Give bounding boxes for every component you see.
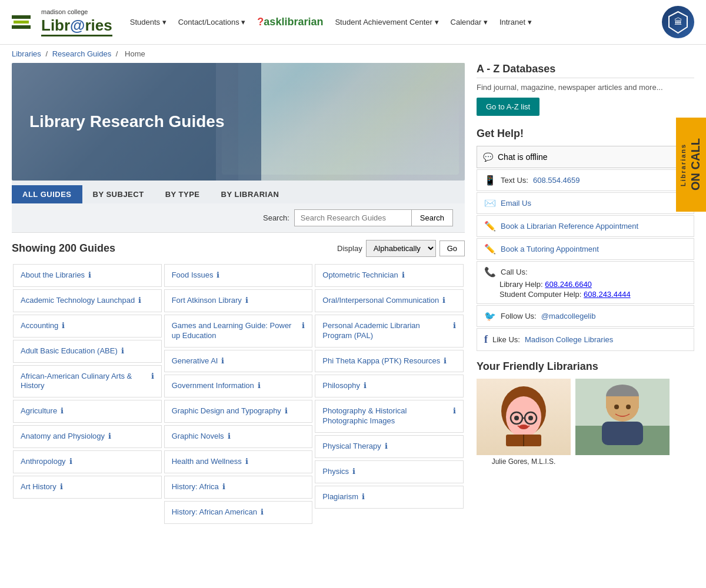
text-us-label: Text Us: — [501, 176, 528, 185]
az-button[interactable]: Go to A-Z list — [477, 98, 540, 116]
guide-link-physics[interactable]: Physics — [322, 467, 349, 477]
info-icon[interactable]: ℹ — [245, 296, 248, 305]
guide-link-oral-comm[interactable]: Oral/Interpersonal Communication — [322, 296, 439, 306]
info-icon[interactable]: ℹ — [453, 321, 456, 330]
guide-link-anatomy[interactable]: Anatomy and Physiology — [21, 432, 105, 442]
info-icon[interactable]: ℹ — [364, 381, 367, 390]
info-icon[interactable]: ℹ — [442, 296, 445, 305]
search-input[interactable] — [294, 209, 412, 226]
info-icon[interactable]: ℹ — [69, 457, 72, 466]
guide-link-art-history[interactable]: Art History — [21, 482, 56, 492]
info-icon[interactable]: ℹ — [121, 346, 124, 355]
guide-link-adult-basic[interactable]: Adult Basic Education (ABE) — [21, 346, 118, 356]
guide-link-accounting[interactable]: Accounting — [21, 321, 58, 331]
computer-help-number[interactable]: 608.243.4444 — [584, 290, 631, 299]
guide-link-history-africa[interactable]: History: Africa — [172, 482, 219, 492]
guide-link-gov-info[interactable]: Government Information — [172, 381, 254, 391]
guide-link-generative-ai[interactable]: Generative AI — [172, 356, 218, 366]
guide-link-fort-atkinson[interactable]: Fort Atkinson Library — [172, 296, 242, 306]
list-item: Government Information ℹ — [164, 375, 313, 397]
guide-link-graphic-design[interactable]: Graphic Design and Typography — [172, 406, 281, 416]
tab-by-subject[interactable]: BY SUBJECT — [82, 185, 155, 203]
guide-link-agriculture[interactable]: Agriculture — [21, 406, 57, 416]
list-item: Food Issues ℹ — [164, 264, 313, 287]
breadcrumb-libraries[interactable]: Libraries — [12, 49, 41, 58]
guide-link-graphic-novels[interactable]: Graphic Novels — [172, 432, 224, 442]
guide-link-about-libraries[interactable]: About the Libraries — [21, 270, 85, 280]
search-button[interactable]: Search — [412, 209, 453, 226]
guide-col-2: Food Issues ℹ Fort Atkinson Library ℹ Ga… — [163, 263, 314, 525]
info-icon[interactable]: ℹ — [258, 381, 261, 390]
tab-all-guides[interactable]: ALL GUIDES — [12, 185, 82, 203]
svg-text:🏛: 🏛 — [674, 17, 682, 26]
display-select[interactable]: Alphabetically — [366, 240, 436, 257]
info-icon[interactable]: ℹ — [362, 492, 365, 501]
info-icon[interactable]: ℹ — [222, 482, 225, 491]
tab-by-librarian[interactable]: BY LIBRARIAN — [211, 185, 290, 203]
info-icon[interactable]: ℹ — [285, 406, 288, 415]
twitter-handle[interactable]: @madcollegelib — [541, 312, 596, 320]
info-icon[interactable]: ℹ — [138, 296, 141, 305]
list-item: Generative AI ℹ — [164, 350, 313, 373]
guide-link-history-african-american[interactable]: History: African American — [172, 507, 257, 517]
info-icon[interactable]: ℹ — [221, 356, 224, 365]
info-icon[interactable]: ℹ — [245, 457, 248, 466]
svg-point-19 — [626, 405, 631, 409]
guide-link-games-learning[interactable]: Games and Learning Guide: Power up Educa… — [172, 321, 299, 341]
info-icon[interactable]: ℹ — [385, 442, 388, 450]
nav-contact[interactable]: Contact/Locations ▾ — [178, 18, 246, 26]
library-help-number[interactable]: 608.246.6640 — [545, 280, 592, 289]
on-call-tab[interactable]: Librarians ON CALL — [676, 118, 706, 212]
guide-link-anthropology[interactable]: Anthropology — [21, 457, 66, 467]
text-us-number[interactable]: 608.554.4659 — [533, 176, 580, 185]
guide-link-plagiarism[interactable]: Plagiarism — [322, 492, 358, 502]
guide-link-health-wellness[interactable]: Health and Wellness — [172, 457, 242, 467]
guide-link-phi-theta[interactable]: Phi Theta Kappa (PTK) Resources — [322, 356, 440, 366]
guide-link-philosophy[interactable]: Philosophy — [322, 381, 360, 391]
guide-link-photography[interactable]: Photography & Historical Photographic Im… — [322, 406, 449, 426]
book-tutoring-link[interactable]: Book a Tutoring Appointment — [501, 245, 599, 253]
list-item: Optometric Technician ℹ — [315, 264, 464, 287]
info-icon[interactable]: ℹ — [444, 356, 447, 365]
list-item: Graphic Design and Typography ℹ — [164, 400, 313, 423]
list-item: Games and Learning Guide: Power up Educa… — [164, 315, 313, 348]
guide-col-1: About the Libraries ℹ Academic Technolog… — [12, 263, 163, 525]
chat-button[interactable]: 💬 Chat is offline — [477, 146, 694, 168]
go-button[interactable]: Go — [439, 240, 465, 256]
info-icon[interactable]: ℹ — [217, 270, 219, 279]
info-icon[interactable]: ℹ — [402, 270, 405, 279]
book-librarian-link[interactable]: Book a Librarian Reference Appointment — [501, 222, 638, 230]
tab-by-type[interactable]: BY TYPE — [155, 185, 211, 203]
hero-overlay: Library Research Guides — [12, 63, 261, 181]
info-icon[interactable]: ℹ — [261, 507, 264, 516]
info-icon[interactable]: ℹ — [61, 406, 64, 415]
info-icon[interactable]: ℹ — [60, 482, 63, 491]
email-link[interactable]: Email Us — [501, 199, 531, 208]
twitter-icon: 🐦 — [484, 310, 496, 322]
guide-link-academic-tech[interactable]: Academic Technology Launchpad — [21, 296, 135, 306]
nav-intranet[interactable]: Intranet ▾ — [499, 18, 532, 26]
nav-students[interactable]: Students ▾ — [130, 18, 166, 26]
guide-link-food-issues[interactable]: Food Issues — [172, 270, 214, 280]
nav-calendar[interactable]: Calendar ▾ — [451, 18, 488, 26]
info-icon[interactable]: ℹ — [108, 432, 111, 440]
nav-asklibrarian[interactable]: ?asklibrarian — [257, 16, 323, 28]
info-icon[interactable]: ℹ — [352, 467, 355, 476]
info-icon[interactable]: ℹ — [151, 372, 154, 380]
breadcrumb-research-guides[interactable]: Research Guides — [52, 49, 111, 58]
info-icon[interactable]: ℹ — [62, 321, 65, 330]
facebook-page-link[interactable]: Madison College Libraries — [525, 335, 613, 344]
guide-link-optometric[interactable]: Optometric Technician — [322, 270, 398, 280]
sidebar: A - Z Databases Find journal, magazine, … — [477, 63, 694, 525]
svg-point-8 — [528, 416, 533, 420]
nav-student-achievement[interactable]: Student Achievement Center ▾ — [335, 18, 438, 26]
librarian-photos: Julie Gores, M.L.I.S. — [477, 379, 694, 466]
guide-link-physical-therapy[interactable]: Physical Therapy — [322, 442, 381, 452]
info-icon[interactable]: ℹ — [228, 432, 231, 440]
info-icon[interactable]: ℹ — [88, 270, 91, 279]
info-icon[interactable]: ℹ — [453, 406, 456, 415]
chat-icon: 💬 — [483, 152, 493, 162]
info-icon[interactable]: ℹ — [302, 321, 305, 330]
guide-link-personal-librarian[interactable]: Personal Academic Librarian Program (PAL… — [322, 321, 449, 341]
guide-link-african-american[interactable]: African-American Culinary Arts & History — [21, 372, 148, 392]
